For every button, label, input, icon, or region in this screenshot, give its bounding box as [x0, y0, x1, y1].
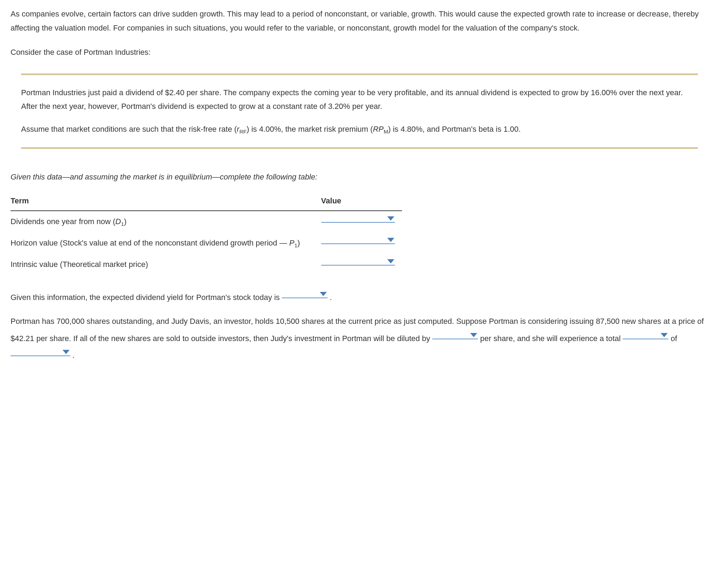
- table-header-term: Term: [11, 191, 307, 211]
- case-label: Consider the case of Portman Industries:: [11, 45, 708, 59]
- rp-variable: RP: [373, 125, 384, 133]
- problem-paragraph-2: Assume that market conditions are such t…: [21, 122, 698, 137]
- dropdown-arrow-icon: [320, 292, 327, 296]
- row1-sub: 1: [294, 243, 298, 249]
- rrf-subscript: RF: [239, 129, 247, 135]
- table-row: Horizon value (Stock's value at end of t…: [11, 233, 402, 254]
- row1-var: P: [289, 239, 294, 247]
- row0-pre: Dividends one year from now (: [11, 217, 115, 226]
- dropdown-arrow-icon: [470, 333, 477, 337]
- para2-pre: Assume that market conditions are such t…: [21, 125, 237, 133]
- problem-paragraph-1: Portman Industries just paid a dividend …: [21, 86, 698, 113]
- rp-subscript: M: [384, 129, 388, 135]
- dividend-yield-pre: Given this information, the expected div…: [11, 293, 282, 302]
- term-cell: Dividends one year from now (D1): [11, 211, 307, 233]
- row0-post: ): [124, 217, 127, 226]
- problem-box: Portman Industries just paid a dividend …: [21, 73, 698, 149]
- para2-mid1: ) is 4.00%, the market risk premium (: [247, 125, 373, 133]
- divider-top: [21, 73, 698, 75]
- dilution-mid2: of: [668, 334, 677, 343]
- row0-sub: 1: [121, 221, 124, 227]
- value-table: Term Value Dividends one year from now (…: [11, 191, 402, 275]
- dropdown-dividend-yield[interactable]: [282, 298, 328, 298]
- dropdown-arrow-icon: [387, 259, 394, 263]
- dropdown-arrow-icon: [661, 333, 668, 337]
- dropdown-horizon[interactable]: [321, 243, 395, 244]
- row1-post: ): [297, 239, 300, 247]
- row2-pre: Intrinsic value (Theoretical market pric…: [11, 260, 148, 269]
- dropdown-dilution-type[interactable]: [623, 339, 668, 339]
- table-header-value: Value: [307, 191, 402, 211]
- dropdown-arrow-icon: [387, 238, 394, 242]
- dividend-yield-post: .: [328, 293, 332, 302]
- dilution-post: .: [70, 351, 75, 360]
- dilution-mid1: per share, and she will experience a tot…: [478, 334, 623, 343]
- para2-post: ) is 4.80%, and Portman's beta is 1.00.: [388, 125, 521, 133]
- dividend-yield-paragraph: Given this information, the expected div…: [11, 289, 708, 306]
- dropdown-intrinsic[interactable]: [321, 265, 395, 266]
- table-prompt: Given this data—and assuming the market …: [11, 170, 708, 184]
- dilution-paragraph: Portman has 700,000 shares outstanding, …: [11, 313, 708, 364]
- dropdown-dilution-amount[interactable]: [11, 355, 70, 356]
- term-cell: Intrinsic value (Theoretical market pric…: [11, 254, 307, 275]
- divider-bottom: [21, 147, 698, 149]
- table-row: Intrinsic value (Theoretical market pric…: [11, 254, 402, 275]
- intro-paragraph: As companies evolve, certain factors can…: [11, 7, 708, 35]
- row0-var: D: [115, 217, 121, 226]
- dropdown-d1[interactable]: [321, 222, 395, 223]
- table-row: Dividends one year from now (D1): [11, 211, 402, 233]
- row1-pre: Horizon value (Stock's value at end of t…: [11, 239, 289, 247]
- term-cell: Horizon value (Stock's value at end of t…: [11, 233, 307, 254]
- dropdown-arrow-icon: [387, 216, 394, 221]
- dropdown-dilution-per-share[interactable]: [432, 339, 478, 339]
- dropdown-arrow-icon: [63, 350, 70, 354]
